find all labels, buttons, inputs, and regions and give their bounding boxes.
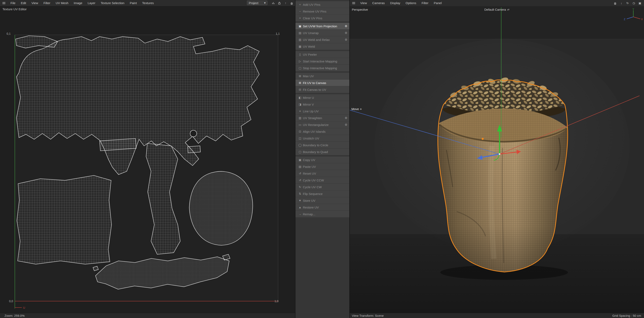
uv-cmd-uv-weld-and-relax[interactable]: ▥UV Weld and Relax⚙ xyxy=(296,36,349,43)
hamburger-icon[interactable] xyxy=(0,1,8,5)
menu-texture-selection[interactable]: Texture Selection xyxy=(98,0,127,6)
lock-icon[interactable] xyxy=(277,1,282,5)
menu-layer[interactable]: Layer xyxy=(85,0,98,6)
uv-corner-00: 0,0 xyxy=(9,300,13,303)
menu-image[interactable]: Image xyxy=(71,0,85,6)
hand-icon[interactable] xyxy=(290,1,294,5)
gear-icon[interactable]: ⚙ xyxy=(345,38,347,41)
layout-frame-icon[interactable]: ▣ xyxy=(638,1,642,5)
uv-cmd-label: Mirror U xyxy=(303,96,347,99)
menu-filter[interactable]: Filter xyxy=(41,0,53,6)
rotate-ccw-icon: ↺ xyxy=(297,178,303,182)
uv-cmd-cycle-uv-cw[interactable]: ↻Cycle UV CW xyxy=(296,184,349,190)
camera-label[interactable]: Default Camera ⇄ xyxy=(484,8,510,11)
uv-cmd-boundary-to-quad[interactable]: ▢Boundary to Quad xyxy=(296,149,349,155)
uv-cmd-reset-uv[interactable]: ↺Reset UV xyxy=(296,170,349,177)
clock-icon[interactable]: ◷ xyxy=(632,1,636,5)
menu-view[interactable]: View xyxy=(29,0,41,6)
uv-cmd-clear-uv-pins[interactable]: ×Clear UV Pins xyxy=(296,15,349,21)
3d-viewport[interactable] xyxy=(350,6,644,313)
project-dropdown[interactable]: Project ▾ xyxy=(247,0,268,5)
uv-cmd-copy-uv[interactable]: ▣Copy UV xyxy=(296,157,349,163)
uv-corner-10: 1,0 xyxy=(274,300,278,303)
restore-icon: ▲ xyxy=(297,206,303,209)
menu-file[interactable]: File xyxy=(8,0,18,6)
uv-cmd-stop-interactive-mapping[interactable]: ▢Stop Interactive Mapping xyxy=(296,65,349,71)
view-mode-label[interactable]: Perspective xyxy=(352,8,368,11)
uv-cmd-uv-peeler[interactable]: ▯UV Peeler xyxy=(296,51,349,58)
uv-cmd-label: Line Up UV xyxy=(303,110,347,113)
uv-cmd-line-up-uv[interactable]: ≡Line Up UV xyxy=(296,108,349,114)
uv-cmd-store-uv[interactable]: ▼Store UV xyxy=(296,197,349,204)
uv-corner-01: 0,1 xyxy=(6,32,10,35)
uv-cmd-remap[interactable]: →Remap... xyxy=(296,211,349,217)
menu-textures[interactable]: Textures xyxy=(140,0,156,6)
gear-icon[interactable]: ⚙ xyxy=(345,116,347,120)
gear-icon[interactable]: ⚙ xyxy=(345,31,347,34)
uv-editor-menubar: File Edit View Filter UV Mesh Image Laye… xyxy=(0,0,295,6)
refresh-icon[interactable]: ↻ xyxy=(626,1,630,5)
uv-cmd-flip-sequence[interactable]: ⇅Flip Sequence xyxy=(296,190,349,197)
uv-canvas[interactable]: U 0,1 1,1 0,0 1,0 xyxy=(0,6,295,313)
hamburger-icon[interactable] xyxy=(350,1,358,5)
uv-cmd-paste-uv[interactable]: ▤Paste UV xyxy=(296,163,349,170)
menu-edit[interactable]: Edit xyxy=(18,0,29,6)
mirror-u-icon: ◧ xyxy=(297,96,303,99)
uv-cmd-boundary-to-circle[interactable]: ◯Boundary to Circle xyxy=(296,142,349,148)
hand-icon[interactable] xyxy=(613,1,617,5)
play-icon: ▷ xyxy=(297,60,303,63)
uv-cmd-fit-uv-to-canvas[interactable]: ⊞Fit UV to Canvas xyxy=(296,79,349,86)
quad-icon: ▢ xyxy=(297,150,303,154)
uv-cmd-uv-straighten[interactable]: ▥UV Straighten⚙ xyxy=(296,115,349,121)
uv-cmd-label: UV Weld and Relax xyxy=(303,38,345,41)
uv-editor-statusbar: Zoom: 259.0% xyxy=(0,313,295,318)
arrow-down-icon[interactable]: ↓ xyxy=(619,1,624,5)
flip-icon: ⇅ xyxy=(297,192,303,195)
checkbox-icon: ▣ xyxy=(297,24,303,28)
arrow-up-icon[interactable]: ↑ xyxy=(284,1,288,5)
gear-icon[interactable]: ⚙ xyxy=(345,24,347,28)
uv-cmd-cycle-uv-ccw[interactable]: ↺Cycle UV CCW xyxy=(296,177,349,183)
uv-cmd-label: UV Unwrap xyxy=(303,31,345,35)
camera-swap-icon[interactable]: ⇄ xyxy=(507,8,510,11)
uv-cmd-label: Boundary to Circle xyxy=(303,143,347,147)
axis-orientation-hud[interactable]: Y X Z xyxy=(624,8,643,24)
uv-cmd-max-uv[interactable]: ⊞Max UV xyxy=(296,73,349,79)
uv-cmd-fit-canvas-to-uv[interactable]: ⊟Fit Canvas to UV xyxy=(296,86,349,93)
grid-spacing-status: Grid Spacing : 50 cm xyxy=(612,314,644,318)
viewport-statusbar: View Transform: Scene Grid Spacing : 50 … xyxy=(350,313,644,318)
uv-cmd-uv-unwrap[interactable]: ▤UV Unwrap⚙ xyxy=(296,30,349,36)
uv-cmd-uv-weld[interactable]: ▦UV Weld xyxy=(296,43,349,50)
uv-cmd-add-uv-pins[interactable]: +Add UV Pins xyxy=(296,1,349,8)
uv-cmd-start-interactive-mapping[interactable]: ▷Start Interactive Mapping xyxy=(296,58,349,64)
uv-cmd-mirror-u[interactable]: ◧Mirror U xyxy=(296,94,349,101)
uv-cmd-align-uv-islands[interactable]: ⊡Align UV Islands xyxy=(296,128,349,135)
gizmo-center[interactable] xyxy=(499,153,500,155)
menu-display[interactable]: Display xyxy=(388,0,403,6)
uv-cmd-restore-uv[interactable]: ▲Restore UV xyxy=(296,204,349,211)
menu-options[interactable]: Options xyxy=(403,0,419,6)
menu-cameras[interactable]: Cameras xyxy=(370,0,388,6)
uv-cmd-label: Restore UV xyxy=(303,206,347,209)
u-axis-label: U xyxy=(23,306,25,309)
menu-uv-mesh[interactable]: UV Mesh xyxy=(53,0,71,6)
hud-y-label: Y xyxy=(632,8,634,11)
uv-cmd-remove-uv-pins[interactable]: −Remove UV Pins xyxy=(296,8,349,14)
uv-cmd-uv-rectangularize[interactable]: ▭UV Rectangularize⚙ xyxy=(296,121,349,128)
tool-name: Move xyxy=(352,107,359,111)
chart-icon[interactable] xyxy=(271,1,275,5)
store-icon: ▼ xyxy=(297,199,303,202)
menu-view[interactable]: View xyxy=(358,0,370,6)
max-uv-icon: ⊞ xyxy=(297,74,303,78)
uv-cmd-label: Start Interactive Mapping xyxy=(303,60,347,63)
active-tool-label: Move + xyxy=(352,107,362,111)
uv-cmd-unstitch-uv[interactable]: ◫Unstitch UV xyxy=(296,135,349,142)
uv-cmd-set-uvw-from-projection[interactable]: ▣Set UVW from Projection⚙ xyxy=(296,23,349,29)
uv-cmd-label: Align UV Islands xyxy=(303,130,347,133)
sack-model[interactable] xyxy=(438,76,568,272)
uv-cmd-mirror-v[interactable]: ◨Mirror V xyxy=(296,101,349,108)
menu-filter[interactable]: Filter xyxy=(419,0,431,6)
menu-panel[interactable]: Panel xyxy=(431,0,444,6)
gear-icon[interactable]: ⚙ xyxy=(345,123,347,126)
menu-paint[interactable]: Paint xyxy=(127,0,140,6)
